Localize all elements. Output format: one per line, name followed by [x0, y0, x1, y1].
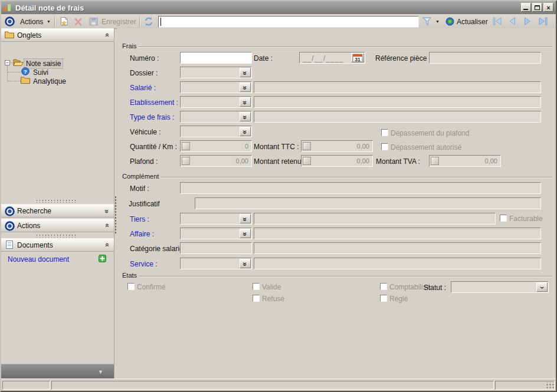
section-recherche[interactable]: Recherche » [1, 204, 114, 218]
filter-dropdown-icon[interactable]: ▼ [435, 19, 440, 24]
plafond-label: Plafond : [130, 157, 158, 166]
salarie-combobox[interactable]: » [180, 81, 252, 93]
add-plus-icon[interactable] [99, 255, 106, 262]
tree-item-note-saisie[interactable]: Note saisie [24, 58, 63, 69]
valide-checkbox[interactable] [253, 283, 260, 290]
lookup-button[interactable] [303, 157, 311, 165]
nav-previous-icon[interactable] [507, 17, 517, 25]
numero-input[interactable] [180, 52, 252, 64]
comptabilise-checkbox[interactable] [380, 283, 387, 290]
resize-grip[interactable] [546, 382, 555, 389]
group-etats-line [120, 276, 552, 276]
save-icon[interactable] [89, 17, 99, 26]
dossier-combobox[interactable]: » [180, 67, 252, 78]
svg-text:?: ? [24, 68, 27, 75]
dropdown-button[interactable]: » [240, 259, 251, 268]
montant-tva-value: 0,00 [485, 157, 497, 164]
dropdown-button[interactable]: » [240, 229, 251, 238]
section-onglets[interactable]: Onglets » [1, 28, 114, 42]
refresh-button[interactable]: Actualiser [457, 18, 488, 26]
splitter-handle[interactable] [35, 234, 78, 238]
tiers-label[interactable]: Tiers : [130, 215, 149, 223]
tree-item-suivi[interactable]: Suivi [33, 68, 48, 77]
nav-first-icon[interactable] [492, 17, 503, 25]
justificatif-input[interactable] [195, 197, 541, 209]
tiers-combobox[interactable]: » [180, 213, 252, 225]
etablissement-label[interactable]: Etablissement : [130, 98, 178, 107]
section-actions[interactable]: Actions » [1, 219, 114, 232]
lookup-button[interactable] [431, 157, 439, 165]
new-document-link[interactable]: Nouveau document [8, 255, 69, 263]
confirme-checkbox[interactable] [127, 283, 135, 290]
statut-combobox[interactable]: › [451, 281, 549, 293]
depassement-autorise-checkbox[interactable] [381, 143, 388, 150]
lookup-button[interactable] [303, 142, 311, 150]
motif-input[interactable] [180, 182, 541, 194]
dropdown-button[interactable]: › [536, 282, 548, 292]
depassement-plafond-checkbox[interactable] [381, 129, 388, 136]
maximize-button[interactable] [532, 3, 542, 12]
service-combobox[interactable]: » [180, 258, 252, 269]
dropdown-button[interactable]: » [240, 112, 251, 121]
section-recherche-label: Recherche [17, 207, 51, 215]
lookup-button[interactable] [182, 157, 190, 165]
affaire-description-field [254, 228, 541, 239]
service-label[interactable]: Service : [130, 260, 158, 268]
chevron-down-icon[interactable]: » [103, 209, 111, 213]
nav-last-icon[interactable] [537, 17, 549, 25]
plafond-field[interactable]: 0,00 [180, 155, 252, 167]
tree-expand-box[interactable]: − [5, 60, 10, 65]
etablissement-combobox[interactable]: » [180, 96, 252, 108]
affaire-combobox[interactable]: » [180, 228, 252, 239]
date-input[interactable]: __/__/____ 31 [299, 52, 365, 64]
minimize-button[interactable] [521, 3, 531, 12]
regle-checkbox[interactable] [380, 295, 387, 302]
collapsed-panel-bar[interactable]: ▼ [1, 364, 114, 379]
refuse-checkbox[interactable] [253, 295, 260, 302]
nav-next-icon[interactable] [523, 17, 532, 25]
splitter-handle[interactable] [35, 199, 78, 203]
montant-ttc-value: 0,00 [357, 143, 369, 150]
type-frais-combobox[interactable]: » [180, 111, 252, 123]
facturable-checkbox[interactable] [500, 215, 507, 222]
filter-icon[interactable] [422, 17, 432, 26]
valide-label: Valide [262, 283, 281, 291]
vehicule-combobox[interactable]: » [180, 126, 252, 137]
tree-item-analytique[interactable]: Analytique [33, 77, 66, 85]
quantite-field[interactable]: 0 [180, 140, 252, 152]
sync-icon[interactable] [143, 17, 154, 27]
chevron-up-icon[interactable]: » [103, 34, 111, 37]
chevron-up-icon[interactable]: » [103, 243, 111, 247]
chevron-up-icon[interactable]: » [103, 224, 111, 228]
montant-retenu-field[interactable]: 0,00 [301, 155, 373, 167]
dropdown-button[interactable]: » [240, 214, 251, 223]
actions-dropdown-icon[interactable]: ▼ [47, 19, 51, 24]
lookup-button[interactable] [182, 142, 190, 150]
dropdown-button[interactable]: » [240, 97, 251, 107]
affaire-label[interactable]: Affaire : [130, 230, 154, 238]
close-button[interactable]: × [543, 3, 553, 12]
save-button[interactable]: Enregistrer [101, 18, 136, 26]
categorie-salarie-input[interactable] [180, 242, 252, 254]
dropdown-button[interactable]: » [240, 83, 251, 92]
search-input[interactable] [158, 16, 419, 28]
dropdown-button[interactable]: » [240, 68, 251, 77]
target-icon [5, 206, 15, 216]
calendar-button[interactable]: 31 [351, 53, 364, 62]
montant-retenu-value: 0,00 [357, 157, 369, 164]
tiers-description-field [254, 213, 496, 225]
new-document-icon[interactable]: ★ [59, 17, 69, 26]
reference-piece-input[interactable] [429, 52, 541, 64]
double-chevron-down-icon: » [242, 218, 249, 220]
delete-icon[interactable] [74, 18, 83, 26]
refresh-orb-icon[interactable] [445, 17, 454, 26]
type-frais-label[interactable]: Type de frais : [130, 113, 174, 121]
window-titlebar[interactable]: Détail note de frais × [1, 1, 556, 14]
dropdown-button[interactable]: » [240, 127, 251, 136]
salarie-label[interactable]: Salarié : [130, 84, 156, 92]
double-chevron-down-icon: » [242, 101, 249, 104]
montant-ttc-field[interactable]: 0,00 [301, 140, 373, 152]
montant-tva-field[interactable]: 0,00 [429, 155, 501, 167]
section-documents[interactable]: Documents » [1, 238, 114, 252]
actions-menu-button[interactable]: Actions [20, 18, 43, 26]
